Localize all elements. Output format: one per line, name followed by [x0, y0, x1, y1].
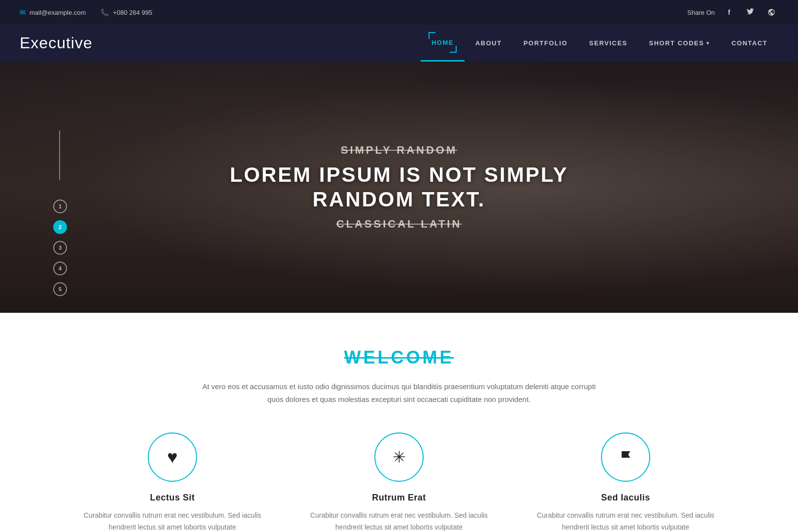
flag-icon — [601, 432, 650, 482]
heart-icon: ♥ — [148, 432, 197, 482]
welcome-title: WELCOME — [20, 347, 778, 368]
feature-title-1: Lectus Sit — [150, 493, 195, 503]
nav-about[interactable]: ABOUT — [465, 25, 513, 62]
share-label: Share On — [687, 9, 715, 16]
feature-sed: Sed Iaculis Curabitur convallis rutrum e… — [532, 432, 719, 532]
phone-text: +080 264 995 — [113, 9, 152, 16]
twitter-icon[interactable] — [743, 5, 757, 19]
topbar-left: ✉ mail@example.com 📞 +080 264 995 — [20, 8, 152, 16]
shortcodes-dropdown: SHORT CODES ▾ — [649, 39, 710, 47]
nav-contact[interactable]: CONTACT — [721, 25, 778, 62]
nav-shortcodes[interactable]: SHORT CODES ▾ — [638, 25, 721, 62]
feature-rutrum: ✳ Rutrum Erat Curabitur convallis rutrum… — [305, 432, 493, 532]
welcome-section: WELCOME At vero eos et accusamus et iust… — [0, 313, 798, 532]
hero-content: SIMPLY RANDOM LOREM IPSUM IS NOT SIMPLY … — [0, 62, 798, 313]
feature-desc-3: Curabitur convallis rutrum erat nec vest… — [532, 510, 719, 532]
email-text: mail@example.com — [30, 9, 86, 16]
hero-line1: SIMPLY RANDOM — [341, 144, 458, 157]
phone-item: 📞 +080 264 995 — [100, 8, 152, 16]
hero-line2: LOREM IPSUM IS NOT SIMPLY RANDOM TEXT. — [177, 163, 621, 212]
feature-title-2: Rutrum Erat — [372, 493, 426, 503]
logo: Executive — [20, 34, 93, 52]
email-icon: ✉ — [20, 8, 26, 16]
topbar-right: Share On f — [687, 5, 778, 19]
dropdown-arrow-icon: ▾ — [706, 40, 710, 46]
nav-home[interactable]: HOME — [421, 25, 465, 62]
globe-icon[interactable] — [765, 5, 778, 19]
phone-icon: 📞 — [100, 8, 109, 16]
facebook-icon[interactable]: f — [722, 5, 736, 19]
feature-title-3: Sed Iaculis — [601, 493, 650, 503]
navbar: Executive HOME ABOUT PORTFOLIO SERVICES … — [0, 25, 798, 62]
nav-links: HOME ABOUT PORTFOLIO SERVICES SHORT CODE… — [421, 25, 778, 62]
welcome-text: At vero eos et accusamus et iusto odio d… — [197, 380, 601, 405]
topbar: ✉ mail@example.com 📞 +080 264 995 Share … — [0, 0, 798, 25]
feature-lectus: ♥ Lectus Sit Curabitur convallis rutrum … — [79, 432, 266, 532]
feature-desc-1: Curabitur convallis rutrum erat nec vest… — [79, 510, 266, 532]
shortcodes-label: SHORT CODES — [649, 39, 704, 47]
nav-services[interactable]: SERVICES — [578, 25, 638, 62]
asterisk-icon: ✳ — [374, 432, 424, 482]
hero-line3: CLASSICAL LATIN — [336, 218, 462, 231]
feature-desc-2: Curabitur convallis rutrum erat nec vest… — [305, 510, 493, 532]
nav-portfolio[interactable]: PORTFOLIO — [513, 25, 578, 62]
email-item: ✉ mail@example.com — [20, 8, 86, 16]
hero-section: 1 2 3 4 5 SIMPLY RANDOM LOREM IPSUM IS N… — [0, 62, 798, 313]
features-grid: ♥ Lectus Sit Curabitur convallis rutrum … — [20, 432, 778, 532]
